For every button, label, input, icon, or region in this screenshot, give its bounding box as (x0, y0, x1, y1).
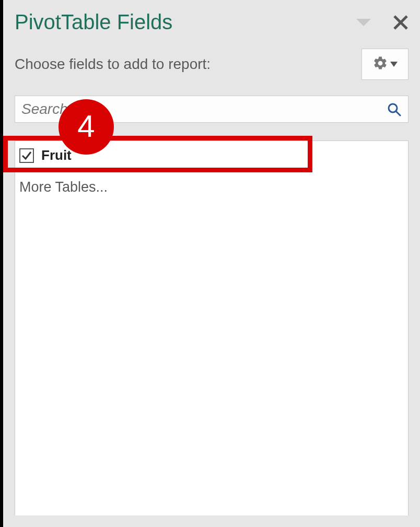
checkbox-checked-icon[interactable] (19, 148, 34, 163)
panel-subtitle: Choose fields to add to report: (15, 56, 211, 73)
gear-icon (372, 55, 388, 73)
svg-marker-3 (390, 62, 398, 67)
chevron-down-icon (390, 60, 398, 69)
panel-title-controls (356, 15, 409, 30)
search-input[interactable] (15, 96, 409, 123)
search-field-wrap (15, 96, 409, 123)
panel-subtitle-row: Choose fields to add to report: (15, 49, 409, 80)
panel-options-dropdown[interactable] (356, 19, 371, 26)
close-icon[interactable] (393, 15, 409, 30)
svg-marker-0 (356, 19, 371, 26)
more-tables-link[interactable]: More Tables... (15, 168, 408, 200)
tools-button[interactable] (361, 49, 409, 80)
panel-title-row: PivotTable Fields (15, 10, 409, 34)
pivottable-fields-panel: PivotTable Fields Choose fields to add t… (3, 0, 420, 516)
field-item-fruit[interactable]: Fruit (15, 143, 408, 168)
panel-title: PivotTable Fields (15, 10, 172, 34)
field-item-label: Fruit (41, 147, 72, 163)
fields-list: Fruit More Tables... (15, 140, 409, 516)
